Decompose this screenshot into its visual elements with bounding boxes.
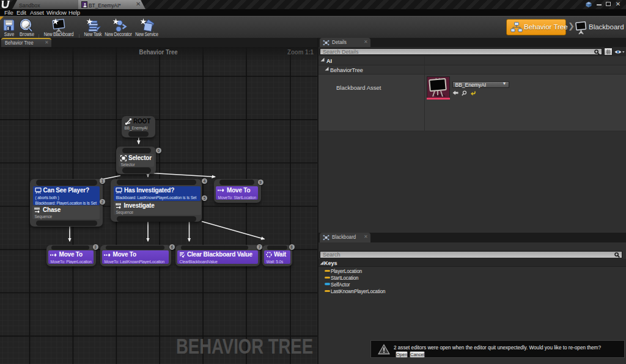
svg-text:Zoom 1:1: Zoom 1:1: [287, 48, 314, 56]
svg-text:BEHAVIOR TREE: BEHAVIOR TREE: [176, 334, 313, 358]
svg-text:Behavior Tree: Behavior Tree: [139, 48, 178, 56]
